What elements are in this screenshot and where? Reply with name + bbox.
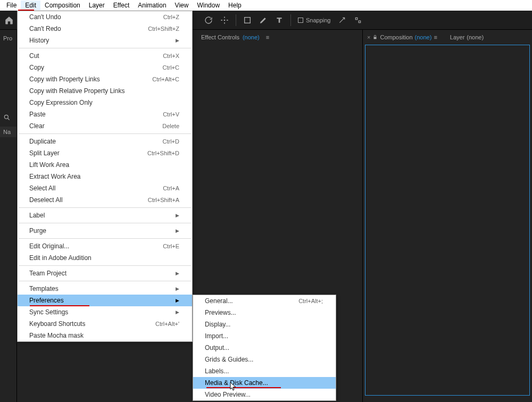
project-panel: Pro Na (0, 30, 17, 402)
prefs-menu-item-general[interactable]: General...Ctrl+Alt+; (193, 295, 336, 307)
edit-menu-item-templates[interactable]: Templates▶ (18, 283, 192, 295)
menu-item-label: Label (29, 212, 45, 219)
svg-rect-6 (374, 37, 377, 39)
rotate-tool-icon[interactable] (204, 15, 213, 25)
home-icon[interactable] (4, 15, 14, 25)
menu-item-label: Can't Undo (29, 13, 61, 21)
menu-edit[interactable]: Edit (21, 1, 40, 10)
svg-rect-1 (245, 17, 251, 23)
edit-menu-item-select-all[interactable]: Select AllCtrl+A (18, 182, 192, 194)
menu-item-label: Labels... (205, 367, 229, 375)
menu-item-label: Copy Expression Only (29, 99, 93, 106)
edit-menu-item-clear[interactable]: ClearDelete (18, 120, 192, 132)
menu-item-label: Video Preview... (205, 391, 251, 398)
menu-item-label: Grids & Guides... (205, 356, 253, 363)
edit-menu-item-copy[interactable]: CopyCtrl+C (18, 62, 192, 73)
close-icon[interactable]: × (367, 34, 370, 40)
edit-menu-item-split-layer[interactable]: Split LayerCtrl+Shift+D (18, 147, 192, 159)
prefs-menu-item-import[interactable]: Import... (193, 330, 336, 342)
panel-menu-icon[interactable]: ≡ (266, 34, 269, 40)
svg-rect-3 (355, 18, 358, 20)
menu-item-label: Output... (205, 344, 229, 351)
menu-item-label: Copy (29, 64, 44, 71)
menu-item-shortcut: Delete (162, 123, 179, 129)
effect-controls-label: Effect Controls (201, 34, 239, 40)
prefs-menu-item-previews[interactable]: Previews... (193, 307, 336, 319)
type-tool-icon[interactable] (275, 15, 284, 25)
menu-animation[interactable]: Animation (134, 1, 170, 10)
menu-item-shortcut: Ctrl+Alt+; (298, 298, 323, 304)
layer-tab[interactable]: Layer (none) (450, 34, 484, 40)
menu-item-shortcut: Ctrl+Shift+D (147, 150, 179, 156)
menu-item-label: General... (205, 297, 233, 305)
edit-menu-item-paste-mocha-mask[interactable]: Paste Mocha mask (18, 330, 192, 341)
menu-separator (19, 281, 191, 281)
menu-composition[interactable]: Composition (40, 1, 85, 10)
edit-menu-item-can-t-undo[interactable]: Can't UndoCtrl+Z (18, 11, 192, 23)
svg-rect-2 (298, 18, 303, 22)
menu-item-label: Clear (29, 122, 45, 130)
pen-tool-icon[interactable] (259, 15, 268, 25)
right-panels: × Composition (none) ≡ Layer (none) (363, 30, 532, 402)
edit-menu-item-edit-original[interactable]: Edit Original...Ctrl+E (18, 240, 192, 252)
submenu-arrow-icon: ▶ (176, 309, 179, 315)
prefs-menu-item-output[interactable]: Output... (193, 342, 336, 354)
edit-menu-item-deselect-all[interactable]: Deselect AllCtrl+Shift+A (18, 194, 192, 206)
menu-view[interactable]: View (171, 1, 193, 10)
annotation-underline-preferences (30, 305, 89, 306)
edit-menu-item-keyboard-shortcuts[interactable]: Keyboard ShortcutsCtrl+Alt+' (18, 318, 192, 330)
menu-item-label: Keyboard Shortcuts (29, 320, 85, 328)
menu-item-shortcut: Ctrl+A (163, 185, 179, 191)
menu-item-label: Import... (205, 332, 228, 340)
menu-item-label: Sync Settings (29, 308, 68, 316)
menu-layer[interactable]: Layer (85, 1, 109, 10)
edit-menu-item-team-project[interactable]: Team Project▶ (18, 267, 192, 279)
menu-item-label: Paste (29, 111, 46, 118)
name-column-header[interactable]: Na (0, 127, 16, 137)
snap-opt2-icon[interactable] (353, 15, 363, 25)
snap-opt1-icon[interactable] (337, 15, 347, 25)
edit-menu-item-edit-in-adobe-audition[interactable]: Edit in Adobe Audition (18, 252, 192, 264)
edit-menu-item-can-t-redo[interactable]: Can't RedoCtrl+Shift+Z (18, 23, 192, 35)
edit-menu-item-label[interactable]: Label▶ (18, 210, 192, 221)
effect-controls-value: (none) (243, 34, 260, 40)
prefs-menu-item-labels[interactable]: Labels... (193, 365, 336, 377)
edit-menu-item-purge[interactable]: Purge▶ (18, 225, 192, 237)
layer-label: Layer (450, 34, 465, 40)
edit-menu-item-copy-with-relative-property-links[interactable]: Copy with Relative Property Links (18, 85, 192, 97)
menu-item-label: Preferences (29, 297, 64, 304)
edit-menu-item-preferences[interactable]: Preferences▶ (18, 295, 192, 306)
menu-item-label: Deselect All (29, 196, 63, 204)
edit-menu-item-copy-expression-only[interactable]: Copy Expression Only (18, 97, 192, 108)
menu-item-label: Team Project (29, 270, 66, 277)
edit-menu-item-copy-with-property-links[interactable]: Copy with Property LinksCtrl+Alt+C (18, 73, 192, 85)
prefs-menu-item-grids-guides[interactable]: Grids & Guides... (193, 354, 336, 365)
menu-item-label: Edit in Adobe Audition (29, 254, 92, 262)
edit-menu-item-lift-work-area[interactable]: Lift Work Area (18, 159, 192, 171)
edit-menu-item-paste[interactable]: PasteCtrl+V (18, 108, 192, 120)
composition-viewer[interactable] (365, 45, 530, 396)
edit-menu-item-sync-settings[interactable]: Sync Settings▶ (18, 306, 192, 318)
lock-icon[interactable] (372, 35, 378, 40)
menu-item-shortcut: Ctrl+V (163, 111, 179, 118)
edit-menu-item-duplicate[interactable]: DuplicateCtrl+D (18, 136, 192, 147)
menu-item-shortcut: Ctrl+Shift+A (148, 197, 179, 203)
shape-tool-icon[interactable] (243, 15, 252, 25)
prefs-menu-item-display[interactable]: Display... (193, 319, 336, 330)
anchor-tool-icon[interactable] (220, 15, 229, 25)
edit-menu-item-history[interactable]: History▶ (18, 35, 192, 46)
edit-menu-item-extract-work-area[interactable]: Extract Work Area (18, 171, 192, 182)
panel-menu-icon[interactable]: ≡ (434, 34, 437, 40)
search-icon[interactable] (0, 113, 16, 122)
composition-tab[interactable]: × Composition (none) ≡ (367, 34, 437, 40)
menu-help[interactable]: Help (224, 1, 246, 10)
edit-menu-item-cut[interactable]: CutCtrl+X (18, 50, 192, 62)
menu-item-label: Split Layer (29, 149, 60, 157)
snapping-toggle[interactable]: Snapping (297, 17, 331, 23)
submenu-arrow-icon: ▶ (176, 298, 179, 303)
prefs-menu-item-video-preview[interactable]: Video Preview... (193, 389, 336, 400)
submenu-arrow-icon: ▶ (176, 213, 179, 218)
menu-file[interactable]: File (2, 1, 21, 10)
menu-window[interactable]: Window (193, 1, 224, 10)
menu-effect[interactable]: Effect (109, 1, 134, 10)
